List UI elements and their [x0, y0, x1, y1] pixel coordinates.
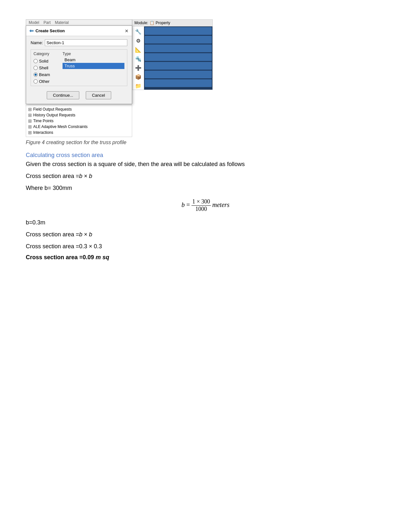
- bold-result: Cross section area =0.09 m sq: [26, 254, 385, 261]
- tree-history-output-icon: ⊞: [28, 113, 32, 118]
- category-type-row: Category Solid Shell Beam: [31, 49, 127, 86]
- panel-icon-4[interactable]: 🔩: [134, 55, 143, 63]
- dialog-titlebar: ⇐ Create Section ✕: [26, 26, 132, 36]
- paragraph-1: Given the cross section is a square of s…: [26, 160, 385, 169]
- module-label: Module:: [134, 21, 148, 25]
- fraction-numerator: 1 × 300: [191, 198, 210, 206]
- panel-list-3[interactable]: [145, 44, 212, 52]
- category-shell-label: Shell: [39, 65, 48, 70]
- tree-time-points[interactable]: ⊞ Time Points: [28, 118, 130, 124]
- tree-interactions[interactable]: ⊞ Interactions: [28, 130, 130, 135]
- panel-split: 🔧 ⚙ 📐 🔩 ➕ 📦 📁: [132, 26, 212, 90]
- panel-icon-1[interactable]: 🔧: [134, 28, 143, 35]
- fraction: 1 × 300 1000: [191, 198, 210, 212]
- tree-time-points-label: Time Points: [33, 119, 54, 123]
- create-section-dialog: ⇐ Create Section ✕ Name: Category Solid: [26, 25, 132, 104]
- panel-list-6[interactable]: [145, 71, 212, 78]
- continue-button[interactable]: Continue...: [47, 91, 79, 99]
- dialog-body: Name: Category Solid Shell: [26, 36, 132, 104]
- panel-icons-col: 🔧 ⚙ 📐 🔩 ➕ 📦 📁: [132, 26, 144, 90]
- panel-icon-3[interactable]: 📐: [134, 46, 143, 54]
- math-rhs: meters: [212, 201, 230, 208]
- math-formula-block: b = 1 × 300 1000 meters: [26, 198, 385, 212]
- category-beam[interactable]: Beam: [34, 72, 59, 77]
- panel-icon-7[interactable]: 📁: [134, 82, 143, 90]
- section-heading: Calculating cross section area: [26, 152, 385, 159]
- dialog-title-icon: ⇐: [29, 28, 34, 34]
- panel-icon-6[interactable]: 📦: [134, 73, 143, 81]
- type-col: Type Beam Truss: [63, 52, 124, 84]
- radio-solid[interactable]: [34, 59, 38, 63]
- panel-icon-5[interactable]: ➕: [134, 64, 143, 72]
- panel-list-1[interactable]: [145, 27, 212, 35]
- panel-header: Module: 📋 Property: [132, 20, 212, 26]
- category-solid[interactable]: Solid: [34, 59, 59, 64]
- category-shell[interactable]: Shell: [34, 65, 59, 70]
- radio-shell[interactable]: [34, 66, 38, 70]
- fraction-denominator: 1000: [195, 206, 208, 213]
- tree-history-output[interactable]: ⊞ History Output Requests: [28, 112, 130, 118]
- tree-interactions-icon: ⊞: [28, 130, 32, 135]
- tree-field-output[interactable]: ⊞ Field Output Requests: [28, 106, 130, 112]
- bold-result-unit: m sq: [96, 254, 109, 261]
- property-panel: Module: 📋 Property 🔧 ⚙ 📐 🔩 ➕ 📦 📁: [132, 19, 213, 90]
- menu-bar: Model Part Material: [26, 19, 132, 25]
- dialog-title: ⇐ Create Section: [29, 28, 65, 34]
- close-icon[interactable]: ✕: [125, 28, 129, 34]
- figure-caption: Figure 4 creating section for the truss …: [26, 140, 385, 145]
- panel-list-5[interactable]: [145, 62, 212, 70]
- name-input[interactable]: [45, 39, 127, 46]
- model-tree: ⊞ Field Output Requests ⊞ History Output…: [26, 105, 132, 137]
- b-value: b=0.3m: [26, 218, 385, 227]
- category-other[interactable]: Other: [34, 79, 59, 84]
- type-truss[interactable]: Truss: [63, 63, 124, 69]
- cancel-button[interactable]: Cancel: [86, 91, 111, 99]
- tree-ale[interactable]: ⊞ ALE Adaptive Mesh Constraints: [28, 124, 130, 130]
- bold-result-label: Cross section area =: [26, 254, 83, 261]
- category-other-label: Other: [39, 79, 50, 84]
- property-icon: 📋: [150, 21, 154, 25]
- formula1-var-b1: b: [79, 173, 83, 179]
- category-beam-label: Beam: [39, 72, 50, 77]
- tree-field-output-label: Field Output Requests: [33, 107, 72, 112]
- where-text: Where b= 300mm: [26, 184, 385, 192]
- category-header: Category: [34, 52, 59, 56]
- dialog-title-text: Create Section: [35, 28, 65, 33]
- type-beam[interactable]: Beam: [63, 57, 124, 63]
- name-row: Name:: [31, 39, 127, 46]
- formula3: Cross section area =0.3 × 0.3: [26, 242, 385, 251]
- panel-list-4[interactable]: [145, 53, 212, 61]
- tree-time-points-icon: ⊞: [28, 118, 32, 123]
- formula2-var-b1: b: [79, 231, 83, 238]
- panel-list-7[interactable]: [145, 79, 212, 87]
- panel-list-2[interactable]: [145, 36, 212, 44]
- tree-field-output-icon: ⊞: [28, 107, 32, 112]
- tree-interactions-label: Interactions: [33, 130, 53, 135]
- dialog-buttons: Continue... Cancel: [31, 89, 127, 101]
- radio-beam[interactable]: [34, 73, 38, 77]
- formula1-label: Cross section area =b × b: [26, 173, 92, 179]
- panel-list-col: [144, 26, 212, 90]
- type-header: Type: [63, 52, 124, 56]
- formula1: Cross section area =b × b: [26, 172, 385, 181]
- name-label: Name:: [31, 40, 43, 45]
- tree-history-output-label: History Output Requests: [33, 113, 75, 117]
- radio-other[interactable]: [34, 79, 38, 84]
- formula2-var-b2: b: [89, 231, 92, 238]
- formula1-var-b2: b: [89, 173, 92, 179]
- property-label: Property: [156, 21, 170, 25]
- math-lhs: b =: [181, 201, 190, 208]
- category-col: Category Solid Shell Beam: [34, 52, 63, 84]
- panel-icon-2[interactable]: ⚙: [134, 37, 143, 44]
- tree-ale-icon: ⊞: [28, 124, 32, 129]
- formula2: Cross section area =b × b: [26, 230, 385, 239]
- category-solid-label: Solid: [39, 59, 48, 64]
- tree-ale-label: ALE Adaptive Mesh Constraints: [33, 124, 88, 129]
